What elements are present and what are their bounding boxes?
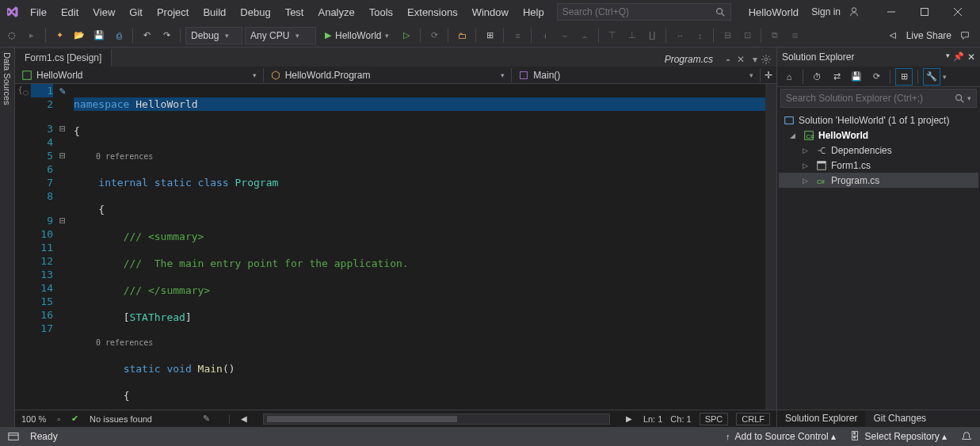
valign3-icon[interactable]: ∐ xyxy=(643,27,661,44)
valign1-icon[interactable]: ⊤ xyxy=(604,27,621,44)
refresh-icon[interactable]: ⟳ xyxy=(868,68,885,86)
codelens-refs[interactable]: 0 references xyxy=(74,151,765,162)
menu-file[interactable]: File xyxy=(24,3,53,21)
menu-edit[interactable]: Edit xyxy=(55,3,85,21)
fold-column[interactable]: ✎ ⊟⊟ ⊟ xyxy=(59,84,72,410)
indent-mode[interactable]: SPC xyxy=(700,413,729,425)
pin-icon[interactable] xyxy=(723,54,734,65)
panel-dropdown-icon[interactable]: ▾ xyxy=(946,51,950,63)
align3-icon[interactable]: ⫠ xyxy=(576,27,593,44)
spacing1-icon[interactable]: ⊟ xyxy=(719,27,736,44)
menu-tools[interactable]: Tools xyxy=(363,3,399,21)
solution-root[interactable]: Solution 'HelloWorld' (1 of 1 project) xyxy=(779,112,978,128)
align2-icon[interactable]: ⫟ xyxy=(556,27,574,44)
new-project-icon[interactable]: ✦ xyxy=(51,27,68,44)
zoom-level[interactable]: 100 % xyxy=(21,414,46,424)
scroll-right-icon[interactable]: ▶ xyxy=(626,414,632,423)
expand-icon[interactable]: ▷ xyxy=(803,147,812,154)
undo-icon[interactable]: ↶ xyxy=(138,27,155,44)
doc-tab-program[interactable]: Program.cs xyxy=(658,52,719,67)
history-icon[interactable]: ⏱ xyxy=(808,68,826,86)
nav-member-dropdown[interactable]: Main() ▾ xyxy=(512,68,761,82)
expand-icon[interactable]: ▷ xyxy=(803,177,812,185)
start-without-debug-icon[interactable]: ▷ xyxy=(398,27,415,44)
platform-dropdown[interactable]: Any CPU xyxy=(245,27,316,44)
form-file-node[interactable]: ▷ Form1.cs xyxy=(779,158,978,173)
issues-label[interactable]: No issues found xyxy=(90,414,152,424)
menu-project[interactable]: Project xyxy=(151,3,195,21)
sign-in-link[interactable]: Sign in xyxy=(811,6,841,17)
bell-icon[interactable] xyxy=(961,431,972,442)
close-tab-icon[interactable]: ✕ xyxy=(737,54,745,65)
feedback-icon[interactable] xyxy=(959,30,970,41)
menu-test[interactable]: Test xyxy=(279,3,311,21)
nav-class-dropdown[interactable]: HelloWorld.Program ▾ xyxy=(264,68,513,82)
search-box[interactable] xyxy=(557,3,731,21)
config-dropdown[interactable]: Debug xyxy=(185,27,242,44)
align1-icon[interactable]: ⫞ xyxy=(536,27,554,44)
split-editor-icon[interactable]: ✛ xyxy=(761,70,776,81)
program-file-node[interactable]: ▷ C# Program.cs xyxy=(779,173,978,188)
code-area[interactable]: namespace HelloWorld { 0 references inte… xyxy=(72,84,765,410)
save-panel-icon[interactable]: 💾 xyxy=(848,68,865,86)
show-all-icon[interactable]: ⊞ xyxy=(895,68,913,86)
maximize-button[interactable] xyxy=(909,0,940,24)
size2-icon[interactable]: ↕ xyxy=(691,27,708,44)
start-debug-button[interactable]: ▶ HelloWorld ▾ xyxy=(318,27,395,44)
scroll-left-icon[interactable]: ◀ xyxy=(241,414,247,423)
order2-icon[interactable]: ⧇ xyxy=(786,27,803,44)
menu-extensions[interactable]: Extensions xyxy=(401,3,464,21)
live-share-button[interactable]: Live Share xyxy=(906,30,951,41)
panel-pin-icon[interactable]: 📌 xyxy=(953,51,964,63)
save-all-icon[interactable]: ⎙ xyxy=(110,27,128,44)
menu-git[interactable]: Git xyxy=(123,3,149,21)
gear-icon[interactable] xyxy=(761,54,772,65)
solution-search-input[interactable] xyxy=(786,93,954,104)
layout-icon[interactable]: ⊞ xyxy=(481,27,498,44)
hot-reload-icon[interactable]: ⟳ xyxy=(425,27,443,44)
browse-folder-icon[interactable]: 🗀 xyxy=(453,27,471,44)
valign2-icon[interactable]: ⊥ xyxy=(623,27,641,44)
save-icon[interactable]: 💾 xyxy=(90,27,108,44)
panel-close-icon[interactable]: ✕ xyxy=(967,51,975,63)
size1-icon[interactable]: ↔ xyxy=(671,27,688,44)
panel-tab-solution[interactable]: Solution Explorer xyxy=(777,410,865,427)
output-icon[interactable] xyxy=(8,431,19,442)
line-ending[interactable]: CRLF xyxy=(736,413,770,425)
align-left-icon[interactable]: ≡ xyxy=(509,27,526,44)
horizontal-scrollbar[interactable] xyxy=(263,414,610,425)
data-sources-tab[interactable]: Data Sources xyxy=(0,48,15,427)
back-nav-icon[interactable]: ◌ xyxy=(3,27,21,44)
vs-logo[interactable] xyxy=(0,0,24,24)
add-source-control[interactable]: ↑ Add to Source Control ▴ xyxy=(726,431,836,442)
home-icon[interactable]: ⌂ xyxy=(780,68,798,86)
properties-icon[interactable]: 🔧 xyxy=(923,68,940,86)
search-input[interactable] xyxy=(562,6,715,17)
order1-icon[interactable]: ⧉ xyxy=(766,27,784,44)
close-button[interactable] xyxy=(942,0,974,24)
codelens-refs[interactable]: 0 references xyxy=(74,337,765,349)
menu-help[interactable]: Help xyxy=(517,3,551,21)
menu-view[interactable]: View xyxy=(86,3,121,21)
forward-nav-icon[interactable]: ▸ xyxy=(23,27,40,44)
expand-icon[interactable]: ▷ xyxy=(803,162,812,170)
tab-overflow-icon[interactable]: ▾ xyxy=(753,54,757,65)
doc-tab-form1[interactable]: Form1.cs [Design] xyxy=(15,49,112,67)
project-node[interactable]: ◢ C# HelloWorld xyxy=(779,128,978,143)
sync-icon[interactable]: ⇄ xyxy=(828,68,845,86)
select-repository[interactable]: 🗄 Select Repository ▴ xyxy=(850,431,947,442)
menu-build[interactable]: Build xyxy=(196,3,232,21)
solution-search-box[interactable]: ▾ xyxy=(780,89,977,108)
account-icon[interactable] xyxy=(848,6,860,17)
menu-window[interactable]: Window xyxy=(466,3,515,21)
dependencies-node[interactable]: ▷ Dependencies xyxy=(779,143,978,158)
redo-icon[interactable]: ↷ xyxy=(158,27,175,44)
menu-debug[interactable]: Debug xyxy=(234,3,276,21)
nav-scope-dropdown[interactable]: HelloWorld ▾ xyxy=(15,68,264,82)
minimize-button[interactable] xyxy=(875,0,907,24)
menu-analyze[interactable]: Analyze xyxy=(311,3,360,21)
spacing2-icon[interactable]: ⊡ xyxy=(738,27,756,44)
open-icon[interactable]: 📂 xyxy=(71,27,88,44)
expand-icon[interactable]: ◢ xyxy=(790,132,799,139)
code-scrollbar[interactable] xyxy=(765,84,776,410)
